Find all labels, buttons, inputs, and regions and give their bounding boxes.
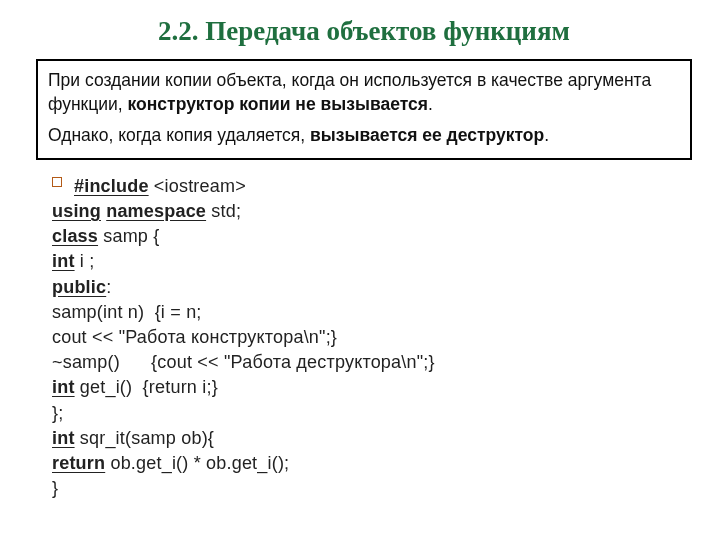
code-text: sqr_it(samp ob){ xyxy=(75,428,214,448)
code-text: }; xyxy=(52,403,63,423)
callout-box: При создании копии объекта, когда он исп… xyxy=(36,59,692,160)
code-block: #include <iostream> using namespace std;… xyxy=(52,174,694,501)
code-text: ~samp() {cout << "Работа деструктора\n";… xyxy=(52,352,435,372)
callout-p1-tail: . xyxy=(428,94,433,114)
code-text: : xyxy=(106,277,111,297)
callout-paragraph-1: При создании копии объекта, когда он исп… xyxy=(48,69,680,116)
kw-int: int xyxy=(52,377,75,397)
kw-include: #include xyxy=(74,176,149,196)
kw-class: class xyxy=(52,226,98,246)
code-text: } xyxy=(52,478,58,498)
kw-int: int xyxy=(52,251,75,271)
callout-p2-text: Однако, когда копия удаляется, xyxy=(48,125,310,145)
kw-namespace: namespace xyxy=(106,201,206,221)
kw-public: public xyxy=(52,277,106,297)
code-text: samp(int n) {i = n; xyxy=(52,302,202,322)
code-text: <iostream> xyxy=(149,176,246,196)
kw-using: using xyxy=(52,201,101,221)
code-text: i ; xyxy=(75,251,95,271)
kw-int: int xyxy=(52,428,75,448)
code-text: cout << "Работа конструктора\n";} xyxy=(52,327,337,347)
slide-title: 2.2. Передача объектов функциям xyxy=(34,16,694,47)
callout-p2-tail: . xyxy=(544,125,549,145)
callout-p1-bold: конструктор копии не вызывается xyxy=(128,94,428,114)
code-text: std; xyxy=(206,201,241,221)
code-text: samp { xyxy=(98,226,159,246)
code-text: get_i() {return i;} xyxy=(75,377,218,397)
callout-paragraph-2: Однако, когда копия удаляется, вызываетс… xyxy=(48,124,680,148)
code-text: ob.get_i() * ob.get_i(); xyxy=(105,453,289,473)
slide: 2.2. Передача объектов функциям При созд… xyxy=(0,0,720,540)
bullet-icon xyxy=(52,177,62,187)
kw-return: return xyxy=(52,453,105,473)
callout-p2-bold: вызывается ее деструктор xyxy=(310,125,544,145)
